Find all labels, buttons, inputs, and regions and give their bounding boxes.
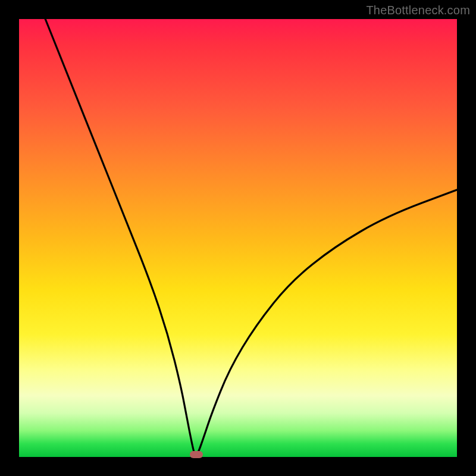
outer-frame: TheBottleneck.com	[0, 0, 476, 476]
plot-area	[19, 19, 457, 457]
watermark-text: TheBottleneck.com	[366, 4, 470, 17]
minimum-marker	[190, 451, 203, 458]
curve-path	[45, 19, 457, 455]
bottleneck-curve	[19, 19, 457, 457]
